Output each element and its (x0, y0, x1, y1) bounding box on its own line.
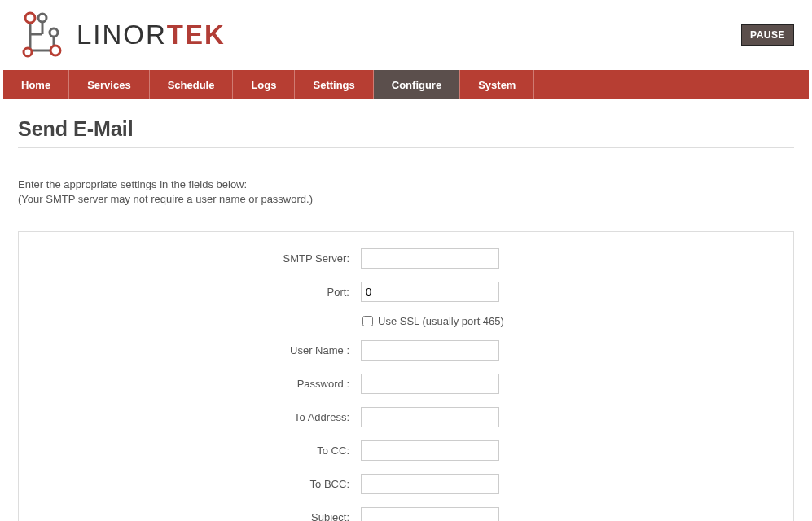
nav-schedule[interactable]: Schedule (150, 70, 234, 99)
pause-button[interactable]: PAUSE (741, 24, 794, 46)
page-title: Send E-Mail (18, 117, 794, 148)
label-smtp-server: SMTP Server: (19, 252, 361, 265)
label-use-ssl: Use SSL (usually port 465) (378, 315, 504, 327)
input-user-name[interactable] (361, 340, 499, 361)
label-to-bcc: To BCC: (19, 478, 361, 490)
intro-line-2: (Your SMTP server may not require a user… (18, 192, 794, 207)
svg-point-6 (38, 14, 46, 22)
label-password: Password : (19, 378, 361, 390)
row-to-bcc: To BCC: (19, 474, 793, 494)
label-port: Port: (19, 286, 361, 298)
intro-text: Enter the appropriate settings in the fi… (18, 177, 794, 207)
navbar: Home Services Schedule Logs Settings Con… (3, 70, 809, 99)
label-user-name: User Name : (19, 344, 361, 357)
intro-line-1: Enter the appropriate settings in the fi… (18, 177, 794, 192)
brand-prefix: LINOR (77, 20, 167, 50)
row-port: Port: (19, 282, 793, 302)
nav-home[interactable]: Home (3, 70, 69, 99)
form-box: SMTP Server: Port: Use SSL (usually port… (18, 231, 794, 521)
row-subject: Subject: (19, 507, 793, 521)
svg-point-8 (50, 28, 58, 37)
row-to-cc: To CC: (19, 440, 793, 461)
input-port[interactable] (361, 282, 499, 302)
input-password[interactable] (361, 374, 499, 394)
label-to-cc: To CC: (19, 444, 361, 457)
content: Send E-Mail Enter the appropriate settin… (0, 107, 812, 521)
nav-logs[interactable]: Logs (233, 70, 295, 99)
label-subject: Subject: (19, 511, 361, 521)
input-subject[interactable] (361, 507, 499, 521)
checkbox-use-ssl[interactable] (362, 316, 373, 326)
input-to-address[interactable] (361, 407, 499, 427)
svg-point-7 (50, 46, 60, 55)
row-to-address: To Address: (19, 407, 793, 427)
brand-text: LINORTEK (77, 20, 226, 50)
row-password: Password : (19, 374, 793, 394)
nav-settings[interactable]: Settings (295, 70, 373, 99)
row-user-name: User Name : (19, 340, 793, 361)
input-to-bcc[interactable] (361, 474, 499, 494)
row-use-ssl: Use SSL (usually port 465) (361, 315, 793, 327)
logo-icon (18, 10, 68, 60)
nav-services[interactable]: Services (69, 70, 150, 99)
svg-point-5 (25, 13, 35, 23)
nav-configure[interactable]: Configure (374, 70, 460, 99)
input-smtp-server[interactable] (361, 248, 499, 269)
brand-suffix: TEK (167, 20, 226, 50)
svg-point-9 (24, 48, 32, 56)
header: LINORTEK PAUSE (0, 0, 812, 70)
input-to-cc[interactable] (361, 440, 499, 461)
brand-logo: LINORTEK (18, 10, 226, 60)
nav-system[interactable]: System (460, 70, 534, 99)
row-smtp-server: SMTP Server: (19, 248, 793, 269)
label-to-address: To Address: (19, 411, 361, 423)
